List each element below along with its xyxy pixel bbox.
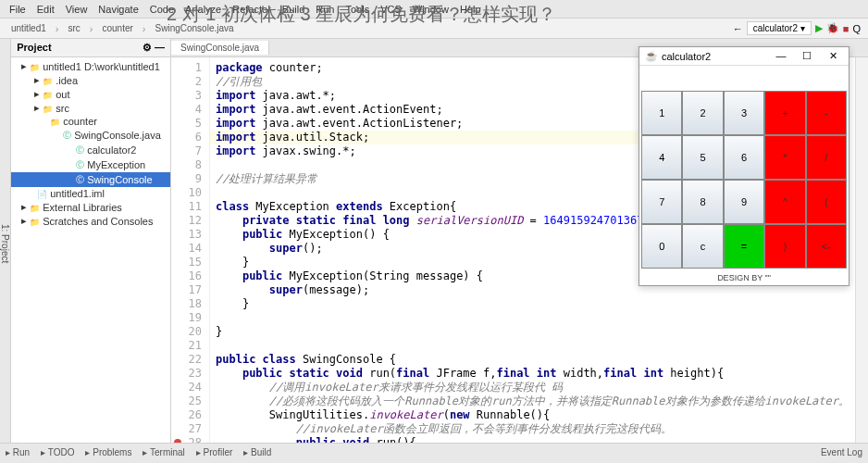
calc-key-/[interactable]: / bbox=[806, 135, 847, 180]
project-tool-tab[interactable]: 1: Project bbox=[0, 39, 11, 443]
expand-icon[interactable]: ▸ bbox=[21, 215, 27, 227]
line-gutter[interactable]: 1234567891011121314151617181920212223242… bbox=[171, 57, 210, 443]
tree-item-untitled1-iml[interactable]: untitled1.iml bbox=[11, 187, 170, 200]
tool-problems[interactable]: ▸ Problems bbox=[85, 447, 131, 457]
calc-keypad: 123+-456*/789^(0c=)<- bbox=[641, 91, 847, 269]
overlay-caption: 2 对 1 初次体检 3 星辰为何免费看？怎样实现？ bbox=[167, 2, 556, 27]
calc-key-([interactable]: ( bbox=[806, 180, 847, 224]
calculator-window: ☕ calculator2 — ☐ ✕ 123+-456*/789^(0c=)<… bbox=[639, 46, 849, 286]
expand-icon[interactable]: ▸ bbox=[34, 102, 40, 114]
project-panel-gear-icon[interactable]: ⚙ — bbox=[143, 42, 165, 54]
menu-view[interactable]: View bbox=[60, 4, 93, 15]
expand-icon[interactable]: ▸ bbox=[21, 60, 27, 72]
tool-profiler[interactable]: ▸ Profiler bbox=[196, 447, 232, 457]
calc-footer: DESIGN BY "" bbox=[639, 270, 849, 285]
tree-item-swingconsole-java[interactable]: SwingConsole.java bbox=[11, 128, 170, 143]
calc-key-7[interactable]: 7 bbox=[641, 180, 682, 224]
tool-build[interactable]: ▸ Build bbox=[243, 447, 271, 457]
run-icon[interactable]: ▶ bbox=[815, 22, 823, 34]
calc-key-=[interactable]: = bbox=[724, 224, 764, 269]
tool-terminal[interactable]: ▸ Terminal bbox=[143, 447, 184, 457]
tree-item-untitled1[interactable]: ▸ untitled1 D:\work\untitled1 bbox=[11, 59, 170, 73]
tree-item-out[interactable]: ▸ out bbox=[11, 87, 170, 101]
calc-key-c[interactable]: c bbox=[682, 224, 723, 269]
expand-icon[interactable]: ▸ bbox=[34, 74, 40, 86]
tree-item-calculator2[interactable]: calculator2 bbox=[11, 143, 170, 157]
menu-edit[interactable]: Edit bbox=[31, 4, 60, 15]
event-log-button[interactable]: Event Log bbox=[821, 447, 862, 457]
tool-todo[interactable]: ▸ TODO bbox=[41, 447, 74, 457]
folder-icon bbox=[50, 116, 60, 127]
calc-key--[interactable]: - bbox=[806, 91, 847, 135]
folder-icon bbox=[43, 103, 53, 114]
search-icon[interactable]: Q bbox=[852, 23, 861, 34]
calc-key-3[interactable]: 3 bbox=[724, 91, 764, 135]
error-stripe[interactable] bbox=[855, 57, 868, 443]
run-config-selector[interactable]: calculator2 ▾ bbox=[747, 21, 812, 35]
calc-key-8[interactable]: 8 bbox=[682, 180, 723, 224]
calc-key-1[interactable]: 1 bbox=[641, 91, 682, 135]
project-panel: Project ⚙ — ▸ untitled1 D:\work\untitled… bbox=[11, 39, 171, 443]
calc-app-icon: ☕ bbox=[645, 50, 658, 62]
calc-display[interactable] bbox=[641, 68, 847, 89]
calc-key-4[interactable]: 4 bbox=[641, 135, 682, 180]
tree-item-scratches-and-consoles[interactable]: ▸ Scratches and Consoles bbox=[11, 214, 170, 228]
breadcrumb-src[interactable]: src bbox=[64, 23, 83, 33]
stop-icon[interactable]: ■ bbox=[843, 23, 849, 34]
tree-item-myexception[interactable]: MyException bbox=[11, 157, 170, 172]
debug-icon[interactable]: 🐞 bbox=[826, 22, 839, 34]
folder-icon bbox=[30, 61, 40, 72]
calc-key-<-[interactable]: <- bbox=[806, 224, 847, 269]
calc-key-*[interactable]: * bbox=[764, 135, 805, 180]
folder-icon bbox=[30, 202, 40, 213]
project-tree[interactable]: ▸ untitled1 D:\work\untitled1▸ .idea▸ ou… bbox=[11, 57, 170, 443]
calc-key-^[interactable]: ^ bbox=[764, 180, 805, 224]
close-icon[interactable]: ✕ bbox=[823, 50, 843, 62]
calc-key-6[interactable]: 6 bbox=[724, 135, 764, 180]
class-icon bbox=[63, 129, 71, 142]
nav-back-icon[interactable]: ← bbox=[733, 23, 743, 34]
tool-run[interactable]: ▸ Run bbox=[6, 447, 30, 457]
class-icon bbox=[76, 158, 84, 171]
folder-icon bbox=[43, 75, 53, 86]
folder-icon bbox=[43, 89, 53, 100]
tree-item-counter[interactable]: counter bbox=[11, 115, 170, 128]
minimize-icon[interactable]: — bbox=[771, 50, 791, 62]
breadcrumb-project[interactable]: untitled1 bbox=[7, 23, 50, 33]
calc-key-5[interactable]: 5 bbox=[682, 135, 723, 180]
tree-item--idea[interactable]: ▸ .idea bbox=[11, 73, 170, 87]
calc-key-0[interactable]: 0 bbox=[641, 224, 682, 269]
folder-icon bbox=[30, 216, 40, 227]
expand-icon[interactable]: ▸ bbox=[34, 88, 40, 100]
calc-key-)[interactable]: ) bbox=[764, 224, 805, 269]
project-panel-title: Project bbox=[17, 42, 51, 54]
breadcrumb-pkg[interactable]: counter bbox=[99, 23, 137, 33]
calc-key-2[interactable]: 2 bbox=[682, 91, 723, 135]
expand-icon[interactable]: ▸ bbox=[21, 201, 27, 213]
calc-key-+[interactable]: + bbox=[764, 91, 805, 135]
file-icon bbox=[37, 188, 47, 199]
calc-key-9[interactable]: 9 bbox=[724, 180, 764, 224]
calc-window-title: calculator2 bbox=[662, 51, 711, 62]
menu-file[interactable]: File bbox=[4, 4, 31, 15]
class-icon bbox=[76, 173, 84, 186]
tree-item-external-libraries[interactable]: ▸ External Libraries bbox=[11, 200, 170, 214]
tool-window-bar: ▸ Run▸ TODO▸ Problems▸ Terminal▸ Profile… bbox=[0, 443, 868, 461]
breakpoint-icon[interactable] bbox=[174, 439, 181, 443]
editor-tab-file[interactable]: SwingConsole.java bbox=[171, 41, 269, 55]
class-icon bbox=[76, 144, 84, 156]
menu-navigate[interactable]: Navigate bbox=[93, 4, 143, 15]
tree-item-swingconsole[interactable]: SwingConsole bbox=[11, 172, 170, 187]
maximize-icon[interactable]: ☐ bbox=[797, 50, 817, 62]
tree-item-src[interactable]: ▸ src bbox=[11, 101, 170, 115]
